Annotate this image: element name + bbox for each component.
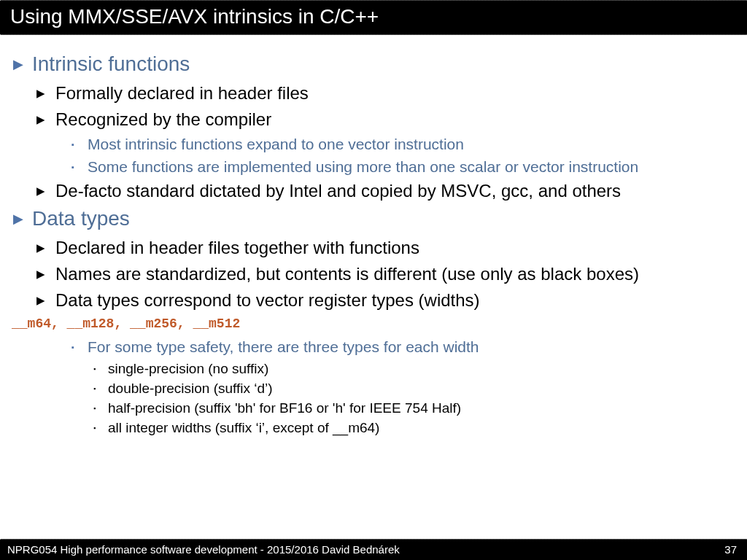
square-icon: ▪ (92, 405, 108, 412)
sub-bullet-item: ▪ For some type safety, there are three … (70, 338, 737, 356)
bullet-text: Declared in header files together with f… (55, 238, 419, 258)
sub-sub-bullet-item: ▪ half-precision (suffix 'bh' for BF16 o… (92, 400, 737, 416)
square-icon: ▪ (70, 163, 88, 171)
sub-sub-bullet-text: double-precision (suffix ‘d’) (108, 381, 273, 397)
sub-sub-bullet-text: half-precision (suffix 'bh' for BF16 or … (108, 400, 461, 416)
triangle-icon: ▶ (35, 113, 55, 126)
bullet-text: Names are standardized, but contents is … (55, 264, 639, 284)
triangle-icon: ▶ (10, 56, 32, 72)
triangle-icon: ▶ (35, 184, 55, 198)
sub-sub-bullet-item: ▪ double-precision (suffix ‘d’) (92, 381, 737, 397)
square-icon: ▪ (92, 385, 108, 392)
sub-sub-bullet-text: all integer widths (suffix ‘i’, except o… (108, 420, 379, 436)
sub-bullet-text: Most intrinsic functions expand to one v… (88, 136, 464, 153)
bullet-text: Formally declared in header files (55, 83, 309, 104)
sub-bullet-text: Some functions are implemented using mor… (88, 158, 638, 176)
bullet-item: ▶ Names are standardized, but contents i… (35, 264, 737, 284)
triangle-icon: ▶ (35, 294, 55, 307)
triangle-icon: ▶ (35, 87, 55, 100)
triangle-icon: ▶ (10, 211, 32, 227)
bullet-item: ▶ Formally declared in header files (35, 83, 737, 104)
square-icon: ▪ (92, 424, 108, 432)
title-text: Using MMX/SSE/AVX intrinsics in C/C++ (10, 5, 379, 28)
sub-sub-bullet-item: ▪ all integer widths (suffix ‘i’, except… (92, 420, 737, 436)
sub-sub-bullet-item: ▪ single-precision (no suffix) (92, 361, 737, 377)
bullet-item: ▶ Data types correspond to vector regist… (35, 290, 737, 311)
bullet-text: De-facto standard dictated by Intel and … (55, 181, 621, 201)
sub-bullet-item: ▪ Most intrinsic functions expand to one… (70, 136, 737, 153)
square-icon: ▪ (92, 365, 108, 373)
bullet-text: Recognized by the compiler (55, 109, 271, 130)
code-types: __m64, __m128, __m256, __m512 (12, 316, 737, 331)
section-heading: ▶ Data types (10, 207, 737, 230)
bullet-item: ▶ Recognized by the compiler (35, 109, 737, 130)
triangle-icon: ▶ (35, 268, 55, 281)
bullet-item: ▶ De-facto standard dictated by Intel an… (35, 181, 737, 201)
heading-text: Intrinsic functions (32, 52, 190, 76)
section-heading: ▶ Intrinsic functions (10, 52, 737, 76)
triangle-icon: ▶ (35, 241, 55, 254)
square-icon: ▪ (70, 343, 88, 351)
footer-text: NPRG054 High performance software develo… (7, 543, 400, 556)
sub-bullet-item: ▪ Some functions are implemented using m… (70, 158, 737, 176)
slide-title: Using MMX/SSE/AVX intrinsics in C/C++ (0, 0, 747, 35)
square-icon: ▪ (70, 140, 88, 149)
slide-content: ▶ Intrinsic functions ▶ Formally declare… (0, 35, 747, 436)
slide-footer: NPRG054 High performance software develo… (0, 539, 747, 560)
sub-sub-bullet-text: single-precision (no suffix) (108, 361, 268, 377)
heading-text: Data types (32, 207, 130, 230)
sub-bullet-text: For some type safety, there are three ty… (88, 338, 479, 356)
page-number: 37 (724, 543, 737, 556)
bullet-text: Data types correspond to vector register… (55, 290, 480, 311)
bullet-item: ▶ Declared in header files together with… (35, 238, 737, 258)
